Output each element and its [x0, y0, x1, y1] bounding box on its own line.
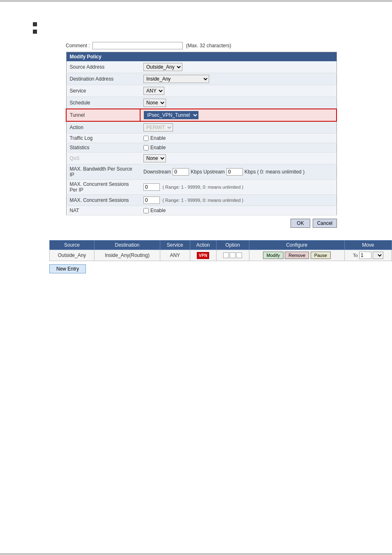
source-address-select[interactable]: Outside_Any: [143, 63, 182, 71]
nat-checkbox[interactable]: [143, 208, 149, 213]
service-select[interactable]: ANY: [143, 87, 164, 95]
content-area: Comment : (Max. 32 characters) Modify Po…: [0, 2, 392, 298]
remove-button[interactable]: Remove: [285, 252, 309, 259]
col-move: Move: [344, 240, 392, 250]
max-bandwidth-value: Downstream Kbps Upstream Kbps ( 0: means…: [140, 164, 337, 180]
traffic-log-row: Traffic Log Enable: [66, 134, 337, 143]
nat-value: Enable: [140, 206, 337, 215]
row-move: To: [344, 250, 392, 261]
row-source: Outside_Any: [50, 250, 95, 261]
comment-row: Comment : (Max. 32 characters): [66, 42, 367, 49]
action-value: PERMIT: [140, 121, 337, 134]
max-sessions-per-ip-row: MAX. Concurrent Sessions Per IP ( Range:…: [66, 180, 337, 195]
statistics-text: Enable: [150, 145, 166, 150]
source-address-value: Outside_Any: [140, 61, 337, 73]
max-sessions-per-ip-label: MAX. Concurrent Sessions Per IP: [66, 180, 140, 195]
qos-label: QoS: [66, 153, 140, 164]
service-value: ANY: [140, 85, 337, 97]
statistics-value: Enable: [140, 143, 337, 153]
modify-policy-table: Modify Policy Source Address Outside_Any…: [66, 52, 337, 215]
bullet-list: [33, 22, 367, 34]
qos-row: QoS None: [66, 153, 337, 164]
action-label: Action: [66, 121, 140, 134]
bullet-item-2: [33, 30, 367, 34]
cancel-button[interactable]: Cancel: [313, 219, 337, 228]
nat-text: Enable: [150, 208, 166, 213]
max-sessions-value: ( Range: 1 - 99999, 0: means unlimited ): [140, 195, 337, 206]
row-option: [216, 250, 249, 261]
destination-address-select[interactable]: Inside_Any: [143, 75, 209, 83]
destination-address-value: Inside_Any: [140, 73, 337, 85]
page-wrapper: Comment : (Max. 32 characters) Modify Po…: [0, 0, 392, 555]
bullet-icon-2: [33, 30, 37, 34]
sessions-per-ip-input[interactable]: [143, 183, 160, 191]
modify-policy-header: Modify Policy: [66, 52, 337, 62]
row-service: ANY: [160, 250, 190, 261]
service-label: Service: [66, 85, 140, 97]
col-destination: Destination: [95, 240, 160, 250]
section-header-row: Modify Policy: [66, 52, 337, 62]
statistics-row: Statistics Enable: [66, 143, 337, 153]
nat-row: NAT Enable: [66, 206, 337, 215]
tunnel-label: Tunnel: [66, 109, 140, 121]
new-entry-row: New Entry: [49, 264, 367, 273]
col-option: Option: [216, 240, 249, 250]
comment-hint: (Max. 32 characters): [186, 43, 231, 49]
max-sessions-row: MAX. Concurrent Sessions ( Range: 1 - 99…: [66, 195, 337, 206]
bandwidth-controls: Downstream Kbps Upstream Kbps ( 0: means…: [143, 168, 333, 176]
bullet-item-1: [33, 22, 367, 26]
action-row: Action PERMIT: [66, 121, 337, 134]
upstream-input[interactable]: [226, 168, 243, 176]
modify-button[interactable]: Modify: [263, 252, 284, 259]
max-sessions-label: MAX. Concurrent Sessions: [66, 195, 140, 206]
row-configure: Modify Remove Pause: [249, 250, 344, 261]
downstream-label: Downstream: [143, 169, 171, 175]
move-input[interactable]: [359, 252, 371, 259]
policy-list-table: Source Destination Service Action Option…: [49, 240, 392, 261]
ok-cancel-row: OK Cancel: [66, 219, 337, 228]
service-row: Service ANY: [66, 85, 337, 97]
ok-button[interactable]: OK: [291, 219, 310, 228]
move-cell: To: [348, 252, 388, 259]
col-service: Service: [160, 240, 190, 250]
max-bandwidth-row: MAX. Bandwidth Per Source IP Downstream …: [66, 164, 337, 180]
schedule-select[interactable]: None: [143, 99, 166, 107]
traffic-log-checkbox[interactable]: [143, 136, 149, 141]
policy-list-header-row: Source Destination Service Action Option…: [50, 240, 392, 250]
bullet-icon-1: [33, 22, 37, 26]
pause-button[interactable]: Pause: [311, 252, 331, 259]
schedule-label: Schedule: [66, 97, 140, 109]
option-box-1: [223, 252, 229, 258]
row-destination: Inside_Any(Routing): [95, 250, 160, 261]
move-select[interactable]: [373, 252, 383, 259]
row-action: VPN: [190, 250, 216, 261]
comment-input[interactable]: [92, 42, 183, 49]
comment-label: Comment :: [66, 43, 90, 49]
downstream-input[interactable]: [173, 168, 189, 176]
traffic-log-text: Enable: [150, 135, 166, 141]
source-address-label: Source Address: [66, 61, 140, 73]
destination-address-row: Destination Address Inside_Any: [66, 73, 337, 85]
statistics-checkbox-label: Enable: [143, 145, 333, 150]
vpn-badge: VPN: [197, 252, 210, 259]
traffic-log-checkbox-label: Enable: [143, 135, 333, 141]
col-configure: Configure: [249, 240, 344, 250]
qos-value: None: [140, 153, 337, 164]
new-entry-button[interactable]: New Entry: [49, 264, 86, 273]
statistics-checkbox[interactable]: [143, 145, 149, 150]
tunnel-value: IPsec_VPN_Tunnel: [140, 109, 337, 121]
qos-select[interactable]: None: [143, 154, 166, 162]
traffic-log-label: Traffic Log: [66, 134, 140, 143]
tunnel-select[interactable]: IPsec_VPN_Tunnel: [144, 111, 198, 119]
option-boxes: [220, 252, 246, 258]
action-select[interactable]: PERMIT: [143, 123, 173, 132]
nat-label: NAT: [66, 206, 140, 215]
statistics-label: Statistics: [66, 143, 140, 153]
destination-address-label: Destination Address: [66, 73, 140, 85]
upstream-label: Kbps Upstream: [191, 169, 225, 175]
sessions-input[interactable]: [143, 197, 160, 204]
bottom-border: [0, 553, 392, 555]
option-box-3: [236, 252, 242, 258]
option-box-2: [230, 252, 235, 258]
bandwidth-suffix: Kbps ( 0: means unlimited ): [244, 169, 304, 175]
